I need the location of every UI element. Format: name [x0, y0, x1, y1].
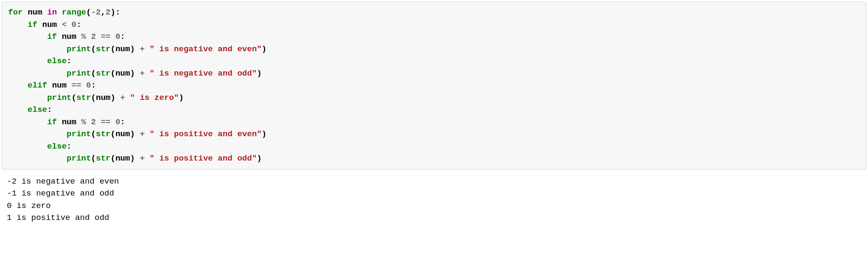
- variable-num: num: [52, 81, 67, 90]
- comma: ,: [101, 8, 106, 17]
- op-eq: ==: [71, 81, 81, 90]
- paren: ): [130, 69, 135, 78]
- variable-num: num: [115, 129, 130, 139]
- keyword-if: if: [47, 117, 57, 127]
- colon: :: [67, 56, 71, 66]
- string-literal: " is positive and even": [150, 129, 262, 139]
- paren: ): [111, 8, 115, 17]
- variable-num: num: [28, 8, 42, 17]
- code-line: print(str(num) + " is zero"): [8, 93, 184, 102]
- paren: ): [257, 154, 262, 163]
- builtin-str: str: [96, 44, 110, 54]
- code-line: else:: [8, 142, 71, 151]
- keyword-else: else: [28, 105, 47, 114]
- code-line: if num % 2 == 0:: [8, 117, 125, 127]
- colon: :: [47, 105, 52, 114]
- variable-num: num: [62, 32, 76, 41]
- paren: ): [130, 154, 135, 163]
- colon: :: [120, 32, 125, 41]
- string-literal: " is positive and odd": [150, 154, 257, 163]
- variable-num: num: [115, 154, 130, 163]
- builtin-str: str: [96, 154, 110, 163]
- number: 2: [96, 8, 100, 17]
- op-mod: %: [81, 32, 86, 41]
- op-plus: +: [120, 93, 125, 102]
- op-plus: +: [140, 44, 145, 54]
- paren: (: [110, 154, 115, 163]
- paren: ): [262, 44, 266, 54]
- code-line: if num % 2 == 0:: [8, 32, 125, 41]
- paren: (: [110, 69, 115, 78]
- paren: (: [110, 129, 115, 139]
- number: 2: [106, 8, 110, 17]
- output-line: 0 is zero: [7, 201, 51, 211]
- builtin-range: range: [62, 8, 86, 17]
- code-line: elif num == 0:: [8, 81, 96, 90]
- builtin-print: print: [47, 93, 71, 102]
- string-literal: " is negative and odd": [150, 69, 257, 78]
- colon: :: [115, 8, 120, 17]
- code-line: print(str(num) + " is positive and even"…: [8, 129, 266, 139]
- code-line: for num in range(-2,2):: [8, 8, 120, 17]
- paren: ): [130, 129, 135, 139]
- builtin-print: print: [67, 154, 91, 163]
- builtin-print: print: [67, 69, 91, 78]
- colon: :: [91, 81, 96, 90]
- number: 0: [115, 117, 120, 127]
- paren: (: [91, 93, 96, 102]
- paren: (: [91, 44, 96, 54]
- colon: :: [77, 20, 81, 29]
- paren: ): [257, 69, 262, 78]
- builtin-str: str: [77, 93, 91, 102]
- paren: ): [130, 44, 135, 54]
- number: 2: [91, 117, 96, 127]
- paren: (: [110, 44, 115, 54]
- keyword-for: for: [8, 8, 23, 17]
- code-line: else:: [8, 105, 52, 114]
- paren: (: [91, 129, 96, 139]
- keyword-elif: elif: [28, 81, 47, 90]
- output-line: -1 is negative and odd: [7, 189, 114, 198]
- number: 0: [115, 32, 120, 41]
- paren: (: [86, 8, 91, 17]
- output-line: -2 is negative and even: [7, 177, 119, 186]
- op-plus: +: [140, 129, 145, 139]
- keyword-in: in: [47, 8, 57, 17]
- number: 0: [71, 20, 76, 29]
- op-plus: +: [140, 154, 145, 163]
- op-plus: +: [140, 69, 145, 78]
- code-line: if num < 0:: [8, 20, 81, 29]
- paren: (: [91, 154, 96, 163]
- variable-num: num: [115, 44, 130, 54]
- paren: (: [71, 93, 76, 102]
- keyword-else: else: [47, 56, 67, 66]
- code-line: print(str(num) + " is positive and odd"): [8, 154, 262, 163]
- paren: ): [179, 93, 183, 102]
- builtin-print: print: [67, 129, 91, 139]
- colon: :: [67, 142, 71, 151]
- code-cell: for num in range(-2,2): if num < 0: if n…: [2, 2, 866, 170]
- paren: (: [91, 69, 96, 78]
- op-mod: %: [81, 117, 86, 127]
- output-line: 1 is positive and odd: [7, 213, 109, 222]
- number: 0: [86, 81, 91, 90]
- variable-num: num: [96, 93, 110, 102]
- paren: ): [262, 129, 266, 139]
- builtin-str: str: [96, 69, 110, 78]
- builtin-str: str: [96, 129, 110, 139]
- variable-num: num: [62, 117, 76, 127]
- keyword-if: if: [28, 20, 38, 29]
- string-literal: " is negative and even": [150, 44, 262, 54]
- builtin-print: print: [67, 44, 91, 54]
- op-eq: ==: [101, 117, 111, 127]
- minus: -: [91, 8, 96, 17]
- keyword-else: else: [47, 142, 67, 151]
- colon: :: [120, 117, 125, 127]
- keyword-if: if: [47, 32, 57, 41]
- variable-num: num: [42, 20, 57, 29]
- code-line: print(str(num) + " is negative and odd"): [8, 69, 262, 78]
- op-lt: <: [62, 20, 66, 29]
- number: 2: [91, 32, 96, 41]
- code-line: print(str(num) + " is negative and even"…: [8, 44, 266, 54]
- op-eq: ==: [101, 32, 111, 41]
